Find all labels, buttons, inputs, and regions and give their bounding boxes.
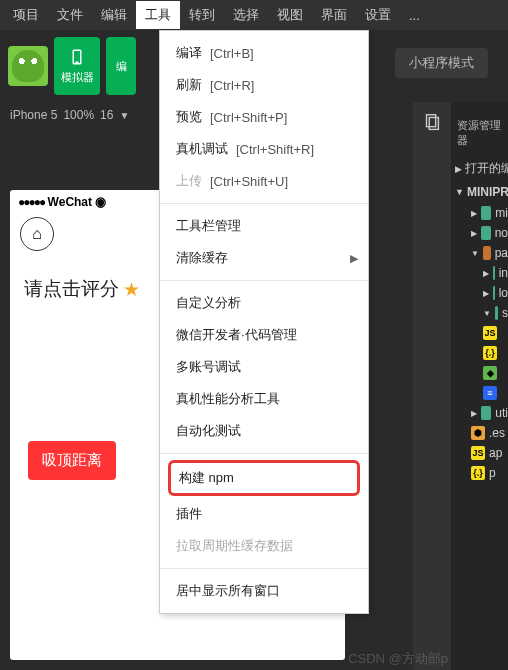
- tree-item[interactable]: ⬢.es: [451, 423, 508, 443]
- menubar-item-2[interactable]: 编辑: [92, 1, 136, 29]
- menu-auto-test[interactable]: 自动化测试: [160, 415, 368, 447]
- tree-item[interactable]: ▶lo: [451, 283, 508, 303]
- file-tree: ▶mi▶no▼pa▶in▶lo▼sJS{.}◆≡▶uti⬢.esJSap{.}p: [451, 203, 508, 483]
- editor-panel: 资源管理器 ▶打开的编辑 ▼MINIPROC ▶mi▶no▼pa▶in▶lo▼s…: [413, 102, 508, 670]
- font-size[interactable]: 16: [100, 108, 113, 122]
- menubar-item-1[interactable]: 文件: [48, 1, 92, 29]
- menubar-item-3[interactable]: 工具: [136, 1, 180, 29]
- menu-preview[interactable]: 预览[Ctrl+Shift+P]: [160, 101, 368, 133]
- explorer-title: 资源管理器: [451, 102, 508, 156]
- star-icon: ★: [123, 278, 140, 301]
- chevron-right-icon: ▶: [350, 252, 358, 265]
- menubar-item-8[interactable]: 设置: [356, 1, 400, 29]
- menubar-item-0[interactable]: 项目: [4, 1, 48, 29]
- menu-separator: [160, 568, 368, 569]
- menu-toolbar-mgmt[interactable]: 工具栏管理: [160, 210, 368, 242]
- menu-center-windows[interactable]: 居中显示所有窗口: [160, 575, 368, 607]
- simulator-button[interactable]: 模拟器: [54, 37, 100, 95]
- tree-item[interactable]: ▶in: [451, 263, 508, 283]
- tree-item[interactable]: {.}: [451, 343, 508, 363]
- tree-item[interactable]: ≡: [451, 383, 508, 403]
- home-button[interactable]: ⌂: [20, 217, 54, 251]
- wifi-icon: ◉: [95, 194, 106, 209]
- menu-upload: 上传[Ctrl+Shift+U]: [160, 165, 368, 197]
- menu-separator: [160, 453, 368, 454]
- menu-perf-tool[interactable]: 真机性能分析工具: [160, 383, 368, 415]
- phone-icon: [68, 48, 86, 66]
- menu-separator: [160, 280, 368, 281]
- mode-selector[interactable]: 小程序模式: [395, 48, 488, 78]
- menu-compile[interactable]: 编译[Ctrl+B]: [160, 37, 368, 69]
- wechat-label: WeChat: [48, 195, 92, 209]
- project-section[interactable]: ▼MINIPROC: [451, 181, 508, 203]
- menubar-item-9[interactable]: ...: [400, 3, 429, 28]
- tree-item[interactable]: ▼pa: [451, 243, 508, 263]
- tools-dropdown: 编译[Ctrl+B] 刷新[Ctrl+R] 预览[Ctrl+Shift+P] 真…: [159, 30, 369, 614]
- menu-build-npm[interactable]: 构建 npm: [168, 460, 360, 496]
- menu-multi-account[interactable]: 多账号调试: [160, 351, 368, 383]
- chevron-down-icon: ▼: [119, 110, 129, 121]
- tree-item[interactable]: JSap: [451, 443, 508, 463]
- activity-bar: [413, 102, 451, 670]
- open-editors-section[interactable]: ▶打开的编辑: [451, 156, 508, 181]
- menu-clear-cache[interactable]: 清除缓存▶: [160, 242, 368, 274]
- zoom-level[interactable]: 100%: [63, 108, 94, 122]
- tree-item[interactable]: {.}p: [451, 463, 508, 483]
- menu-pull-cache: 拉取周期性缓存数据: [160, 530, 368, 562]
- edit-label: 编: [116, 59, 127, 74]
- svg-rect-2: [427, 115, 436, 127]
- tree-item[interactable]: ▼s: [451, 303, 508, 323]
- avatar[interactable]: [8, 46, 48, 86]
- tree-item[interactable]: JS: [451, 323, 508, 343]
- watermark: CSDN @方动部p: [348, 650, 448, 668]
- menu-custom-analysis[interactable]: 自定义分析: [160, 287, 368, 319]
- menubar-item-6[interactable]: 视图: [268, 1, 312, 29]
- sticky-button[interactable]: 吸顶距离: [28, 441, 116, 480]
- menu-wechat-dev[interactable]: 微信开发者·代码管理: [160, 319, 368, 351]
- signal-icon: ●●●●●: [18, 195, 44, 209]
- svg-rect-3: [429, 118, 438, 130]
- menubar-item-4[interactable]: 转到: [180, 1, 224, 29]
- tree-item[interactable]: ▶uti: [451, 403, 508, 423]
- menu-refresh[interactable]: 刷新[Ctrl+R]: [160, 69, 368, 101]
- device-name[interactable]: iPhone 5: [10, 108, 57, 122]
- files-icon[interactable]: [421, 112, 443, 134]
- menu-real-debug[interactable]: 真机调试[Ctrl+Shift+R]: [160, 133, 368, 165]
- menubar-item-5[interactable]: 选择: [224, 1, 268, 29]
- tree-item[interactable]: ◆: [451, 363, 508, 383]
- tree-item[interactable]: ▶no: [451, 223, 508, 243]
- menubar: 项目文件编辑工具转到选择视图界面设置...: [0, 0, 508, 30]
- tree-item[interactable]: ▶mi: [451, 203, 508, 223]
- edit-button[interactable]: 编: [106, 37, 136, 95]
- explorer: 资源管理器 ▶打开的编辑 ▼MINIPROC ▶mi▶no▼pa▶in▶lo▼s…: [451, 102, 508, 670]
- home-icon: ⌂: [32, 225, 42, 243]
- simulator-label: 模拟器: [61, 70, 94, 85]
- menu-separator: [160, 203, 368, 204]
- menubar-item-7[interactable]: 界面: [312, 1, 356, 29]
- menu-plugins[interactable]: 插件: [160, 498, 368, 530]
